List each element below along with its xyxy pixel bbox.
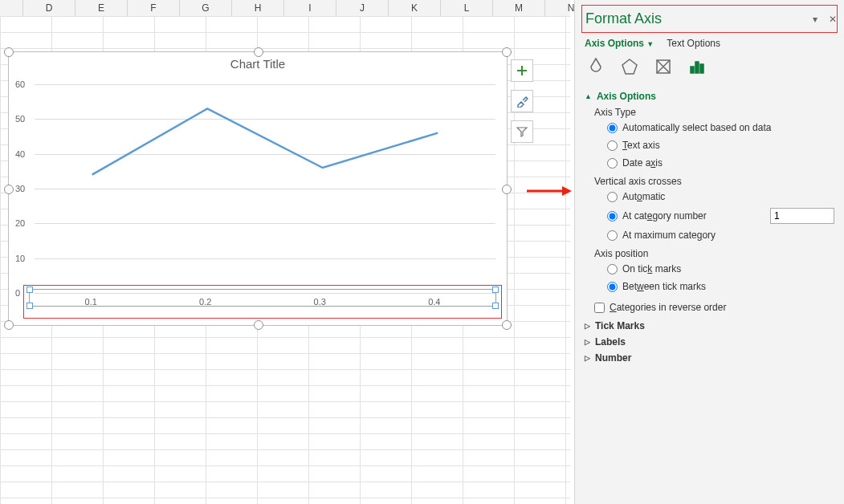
svg-rect-5 (695, 62, 699, 73)
x-tick-label: 0.4 (428, 297, 440, 307)
radio-between-tick[interactable]: Between tick marks (607, 278, 834, 295)
chevron-down-icon: ▼ (646, 40, 654, 48)
checkbox-reverse-order[interactable]: Categories in reverse order (594, 299, 834, 315)
category-axis-highlight: 0.1 0.2 0.3 0.4 (23, 285, 502, 319)
resize-handle[interactable] (254, 47, 263, 57)
radio-auto-axis-type[interactable]: Automatically select based on data (607, 120, 834, 136)
chart-elements-button[interactable] (511, 59, 533, 82)
y-tick-label: 40 (15, 149, 25, 159)
y-tick-label: 10 (15, 254, 25, 263)
x-tick-label: 0.1 (85, 297, 97, 307)
y-tick-label: 20 (15, 218, 25, 228)
resize-handle[interactable] (502, 320, 512, 330)
axis-handle[interactable] (27, 287, 33, 293)
category-axis-selection[interactable] (29, 289, 496, 307)
col-header[interactable]: J (336, 0, 389, 16)
fill-line-icon[interactable] (585, 55, 607, 78)
section-axis-options[interactable]: ▲ Axis Options (585, 91, 834, 102)
resize-handle[interactable] (4, 47, 14, 57)
radio-vac-auto[interactable]: Automatic (607, 189, 834, 205)
col-header[interactable]: M (493, 0, 545, 16)
y-tick-label: 30 (15, 184, 25, 193)
radio-text-axis[interactable]: Text axis (607, 137, 834, 153)
axis-handle[interactable] (492, 287, 499, 293)
axis-handle[interactable] (27, 303, 33, 309)
col-header[interactable]: E (75, 0, 128, 16)
radio-date-axis[interactable]: Date axis (607, 155, 834, 171)
triangle-down-icon: ▲ (585, 92, 592, 100)
section-labels[interactable]: ▷Labels (585, 336, 834, 348)
effects-icon[interactable] (618, 55, 641, 78)
triangle-right-icon: ▷ (585, 322, 590, 330)
plus-icon (516, 64, 528, 77)
axis-position-label: Axis position (594, 248, 834, 259)
chart-filters-button[interactable] (511, 120, 533, 143)
paintbrush-icon (516, 95, 528, 108)
annotation-arrow-icon (527, 185, 572, 197)
col-header[interactable]: F (128, 0, 180, 16)
axis-options-icon[interactable] (686, 55, 708, 78)
axis-handle[interactable] (492, 303, 499, 309)
pane-subtabs: Axis Options ▼ Text Options (585, 38, 834, 49)
x-tick-label: 0.2 (199, 297, 211, 307)
y-tick-label: 0 (15, 288, 20, 298)
line-series[interactable] (35, 84, 495, 293)
svg-marker-1 (562, 186, 572, 196)
chart-object[interactable]: Chart Title 60 50 40 30 20 10 0 0.1 (8, 51, 508, 326)
axis-type-label: Axis Type (594, 107, 834, 118)
col-header[interactable]: L (441, 0, 493, 16)
y-tick-label: 60 (15, 79, 25, 89)
triangle-right-icon: ▷ (585, 354, 590, 362)
funnel-icon (516, 125, 528, 138)
col-header[interactable] (0, 0, 23, 16)
resize-handle[interactable] (4, 320, 14, 330)
size-properties-icon[interactable] (652, 55, 675, 78)
resize-handle[interactable] (254, 320, 263, 330)
radio-vac-cat-number[interactable]: At category number (607, 208, 707, 224)
col-header[interactable]: G (180, 0, 232, 16)
tab-axis-options[interactable]: Axis Options ▼ (585, 38, 654, 49)
format-axis-pane: Format Axis ▾ ✕ Axis Options ▼ Text Opti… (574, 0, 844, 504)
tab-text-options[interactable]: Text Options (667, 38, 720, 49)
chart-styles-button[interactable] (511, 90, 533, 112)
y-tick-label: 50 (15, 114, 25, 124)
col-header[interactable]: I (284, 0, 336, 16)
svg-rect-6 (700, 64, 703, 73)
svg-marker-2 (622, 59, 637, 74)
triangle-right-icon: ▷ (585, 338, 590, 346)
pane-options-button[interactable]: ▾ (813, 14, 824, 25)
resize-handle[interactable] (502, 47, 512, 57)
col-header[interactable]: H (232, 0, 284, 16)
property-category-icons (585, 55, 834, 78)
section-number[interactable]: ▷Number (585, 352, 834, 364)
pane-header: Format Axis ▾ ✕ (581, 5, 838, 33)
close-icon[interactable]: ✕ (829, 14, 840, 25)
resize-handle[interactable] (502, 185, 512, 194)
col-header[interactable]: K (389, 0, 441, 16)
plot-area[interactable]: 60 50 40 30 20 10 0 (35, 84, 495, 293)
vac-label: Vertical axis crosses (594, 176, 834, 187)
chart-action-buttons (511, 59, 533, 151)
col-header[interactable]: D (23, 0, 75, 16)
column-headers: D E F G H I J K L M N (0, 0, 570, 17)
svg-rect-4 (691, 67, 694, 73)
section-tick-marks[interactable]: ▷Tick Marks (585, 320, 834, 331)
resize-handle[interactable] (4, 185, 14, 194)
radio-on-tick[interactable]: On tick marks (607, 261, 834, 277)
radio-vac-max[interactable]: At maximum category (607, 227, 834, 243)
worksheet-grid[interactable]: D E F G H I J K L M N Chart Title 60 50 … (0, 0, 570, 504)
pane-title: Format Axis (585, 10, 834, 27)
x-tick-label: 0.3 (314, 297, 326, 307)
category-number-input[interactable] (770, 208, 834, 224)
